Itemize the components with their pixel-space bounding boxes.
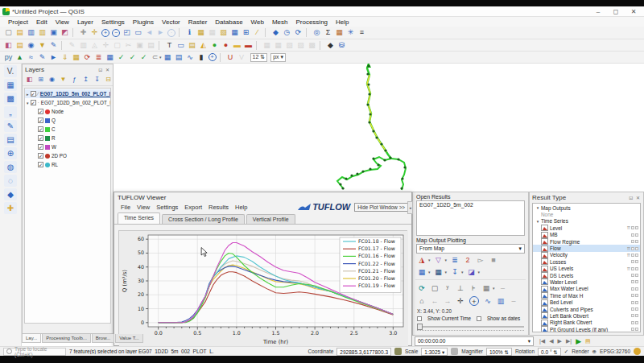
extent-icon[interactable]: [394, 348, 402, 355]
legend-checkbox[interactable]: ✓: [38, 153, 43, 159]
dock-tab-lay[interactable]: Lay...: [22, 334, 41, 343]
dock-tab-brow[interactable]: Brow...: [92, 334, 114, 343]
new-project-icon[interactable]: ▢: [3, 27, 14, 38]
play-button[interactable]: ▶: [576, 337, 581, 345]
error-chip-icon[interactable]: ▬: [243, 40, 254, 51]
forward-icon[interactable]: →: [443, 296, 452, 306]
add-raster-layer-icon[interactable]: ▦: [4, 79, 17, 91]
attribute-table-icon[interactable]: ▦: [229, 27, 240, 38]
manage-themes-icon[interactable]: ◉: [47, 75, 56, 84]
filter-expression-icon[interactable]: ƒ: [70, 75, 79, 84]
menu-web[interactable]: Web: [247, 19, 268, 26]
coordinate-input[interactable]: 292885.3,6177800.3: [336, 348, 391, 356]
add-group-icon[interactable]: ⊞: [36, 75, 45, 84]
menu-vector[interactable]: Vector: [158, 19, 184, 26]
add-feature-icon[interactable]: ◬: [89, 40, 100, 51]
temporal-controller-icon[interactable]: ◷: [282, 27, 292, 38]
map-output-plotting-combo[interactable]: From Map▾: [416, 244, 525, 254]
legend-checkbox[interactable]: ✓: [38, 144, 43, 150]
edit-legend-icon[interactable]: ✎: [48, 40, 59, 51]
result-type-flow[interactable]: Flow⇈: [533, 245, 640, 251]
secondary-axis-controls[interactable]: [631, 314, 638, 317]
tuflow-terrain-icon[interactable]: ▲: [14, 52, 25, 63]
secondary-axis-controls[interactable]: [631, 307, 638, 311]
result-type-bed-level[interactable]: Bed Level: [533, 299, 640, 305]
open-results-list[interactable]: EG07_1D2D_5m_002: [416, 200, 525, 236]
field-calculator-icon[interactable]: ⊞: [241, 27, 251, 38]
dash2-icon[interactable]: –: [509, 296, 518, 306]
check-2dta-icon[interactable]: ✓: [127, 52, 138, 63]
vertex-tool-icon[interactable]: V: [237, 52, 247, 63]
menu-plugins[interactable]: Plugins: [129, 19, 158, 26]
result-type-pit-ground-levels-if-any[interactable]: Pit Ground Levels (if any): [533, 326, 640, 332]
toggle-editing-icon[interactable]: ✎: [67, 40, 77, 51]
menu-project[interactable]: Project: [4, 19, 32, 26]
add-wcs-icon[interactable]: ◍: [4, 161, 17, 173]
label-font-unit-combo[interactable]: px ▾: [270, 53, 286, 62]
flow-2d-icon[interactable]: 2: [463, 255, 473, 265]
save-edits-icon[interactable]: ▥: [78, 40, 89, 51]
zoom-full-icon[interactable]: ▭: [133, 27, 143, 38]
secondary-axis-controls[interactable]: [631, 274, 638, 277]
timestep-combo[interactable]: 00:00:00.00▾: [415, 336, 534, 346]
tuflow-pen-icon[interactable]: ✎: [37, 52, 47, 63]
add-wms-icon[interactable]: ⊕: [4, 147, 17, 159]
legend-checkbox[interactable]: ✓: [38, 109, 43, 114]
result-type-right-bank-obvert[interactable]: Right Bank Obvert: [533, 320, 640, 326]
add-group-icon[interactable]: ▤: [14, 40, 25, 51]
layers-panel-dock-buttons[interactable]: ⊡ ✕: [98, 67, 110, 72]
save-as-icon[interactable]: ▥: [37, 27, 47, 38]
tuflow-menu-view[interactable]: View: [134, 204, 153, 211]
chart-blue-icon[interactable]: ∿: [185, 52, 196, 63]
secondary-axis-controls[interactable]: [631, 233, 638, 237]
add-mesh-layer-icon[interactable]: ▩: [4, 93, 17, 105]
dash-icon[interactable]: –: [498, 283, 508, 293]
open-results-item[interactable]: EG07_1D2D_5m_002: [419, 202, 522, 208]
result-type-none[interactable]: None: [533, 211, 640, 217]
vector-map-icon[interactable]: ◪: [467, 267, 477, 277]
python-console-icon[interactable]: py: [3, 52, 14, 63]
secondary-axis-controls[interactable]: [631, 260, 638, 263]
zoom-last-icon[interactable]: ◄: [144, 27, 155, 38]
secondary-axis-controls[interactable]: ⇈: [626, 253, 638, 258]
legend-item-2d-po[interactable]: ✓2D PO: [25, 151, 110, 160]
layer-styling-icon[interactable]: ◧: [3, 40, 14, 51]
layer-item-eg07-1d2d-5m-002-plot-l[interactable]: ▸✓∕EG07_1D2D_5m_002_PLOT_L: [25, 89, 110, 98]
axis-fonts-icon[interactable]: ʸ: [443, 283, 452, 293]
zoom-blue-icon[interactable]: +: [208, 53, 217, 61]
tuflow-layers-icon[interactable]: ≣: [93, 52, 104, 63]
result-type-velocity[interactable]: Velocity⇈: [533, 252, 640, 258]
messages-icon[interactable]: [634, 348, 641, 355]
hide-plot-window-button[interactable]: Hide Plot Window >>: [354, 203, 408, 212]
raster-tool-4-icon[interactable]: ▨: [295, 40, 306, 51]
secondary-axis-controls[interactable]: [631, 294, 638, 297]
layer-visibility-icon[interactable]: ◉: [26, 40, 36, 51]
result-type-flow-regime[interactable]: Flow Regime: [533, 238, 640, 245]
menu-processing[interactable]: Processing: [291, 19, 332, 26]
result-type-losses[interactable]: Losses: [533, 258, 640, 265]
pan-selection-icon[interactable]: ✛: [89, 27, 100, 38]
refresh-map-icon[interactable]: ·: [167, 29, 175, 37]
freeze-axis-y-icon[interactable]: ⊥: [456, 283, 465, 293]
dock-tab-value-t[interactable]: Value T...: [115, 334, 142, 343]
new-layer-icon[interactable]: ✚: [4, 202, 17, 214]
tuflow-menu-export[interactable]: Export: [181, 204, 205, 211]
show-as-dates-checkbox[interactable]: [477, 316, 481, 321]
home-view-icon[interactable]: ⌂: [417, 296, 427, 306]
label-font-size-spinbox[interactable]: 12 ⇅: [250, 53, 268, 62]
result-type-left-bank-obvert[interactable]: Left Bank Obvert: [533, 312, 640, 319]
last-timestep-button[interactable]: ▶|: [566, 338, 572, 344]
legend-item-node[interactable]: ✓Node: [25, 107, 110, 116]
clear-plot-icon[interactable]: ▢: [430, 283, 440, 293]
form-annotation-icon[interactable]: ▭: [175, 40, 186, 51]
stacked-plot-icon[interactable]: ≣: [450, 255, 460, 265]
pan-map-icon[interactable]: ✚: [78, 27, 89, 38]
tuflow-tab-time-series[interactable]: Time Series: [118, 212, 160, 224]
note-chip-icon[interactable]: ▬: [232, 40, 242, 51]
lock-scale-icon[interactable]: [451, 348, 458, 355]
remove-layer-icon[interactable]: ⊟: [104, 75, 113, 84]
paste-features-icon[interactable]: ▤: [146, 40, 156, 51]
record-button[interactable]: ▤: [585, 338, 591, 344]
result-type-map-outputs[interactable]: ▾Map Outputs: [533, 204, 640, 211]
legend-checkbox[interactable]: ✓: [38, 135, 43, 141]
